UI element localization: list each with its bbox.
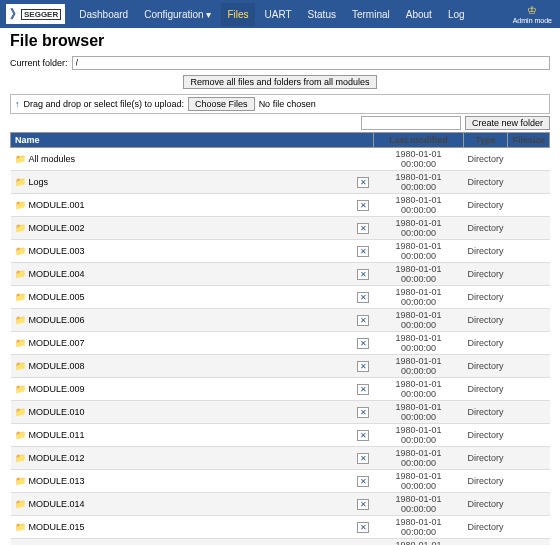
table-row[interactable]: 📁All modules1980-01-01 00:00:00Directory [11, 148, 550, 171]
row-type: Directory [463, 355, 507, 378]
delete-button[interactable]: ✕ [357, 453, 369, 464]
upload-bar[interactable]: ↑ Drag and drop or select file(s) to upl… [10, 94, 550, 114]
row-name: MODULE.015 [29, 522, 85, 532]
delete-button[interactable]: ✕ [357, 338, 369, 349]
row-name: MODULE.011 [29, 430, 85, 440]
row-size [508, 309, 550, 332]
row-type: Directory [463, 516, 507, 539]
folder-icon: 📁 [15, 453, 26, 463]
row-type: Directory [463, 401, 507, 424]
nav-item-uart[interactable]: UART [259, 3, 298, 26]
row-modified: 1980-01-01 00:00:00 [373, 309, 463, 332]
delete-button[interactable]: ✕ [357, 315, 369, 326]
upload-icon: ↑ [15, 99, 20, 109]
row-name: MODULE.007 [29, 338, 85, 348]
current-folder-label: Current folder: [10, 58, 68, 68]
logo[interactable]: 》 SEGGER [6, 4, 65, 24]
row-modified: 1980-01-01 00:00:00 [373, 401, 463, 424]
remove-all-button[interactable]: Remove all files and folders from all mo… [183, 75, 376, 89]
delete-button[interactable]: ✕ [357, 384, 369, 395]
row-type: Directory [463, 171, 507, 194]
th-modified[interactable]: Last modified [373, 133, 463, 148]
nav-item-dashboard[interactable]: Dashboard [73, 3, 134, 26]
table-row[interactable]: 📁MODULE.013✕1980-01-01 00:00:00Directory [11, 470, 550, 493]
delete-button[interactable]: ✕ [357, 361, 369, 372]
table-row[interactable]: 📁MODULE.009✕1980-01-01 00:00:00Directory [11, 378, 550, 401]
delete-button[interactable]: ✕ [357, 407, 369, 418]
row-modified: 1980-01-01 00:00:00 [373, 148, 463, 171]
row-size [508, 171, 550, 194]
delete-button[interactable]: ✕ [357, 522, 369, 533]
create-folder-bar: Create new folder [10, 116, 550, 130]
row-modified: 1980-01-01 00:00:00 [373, 424, 463, 447]
table-row[interactable]: 📁MODULE.007✕1980-01-01 00:00:00Directory [11, 332, 550, 355]
row-name: MODULE.014 [29, 499, 85, 509]
delete-button[interactable]: ✕ [357, 499, 369, 510]
nav-item-files[interactable]: Files [221, 3, 254, 26]
table-row[interactable]: 📁MODULE.016✕1980-01-01 00:00:00Directory [11, 539, 550, 546]
choose-files-button[interactable]: Choose Files [188, 97, 255, 111]
row-name: MODULE.010 [29, 407, 85, 417]
nav-item-status[interactable]: Status [302, 3, 342, 26]
delete-button[interactable]: ✕ [357, 246, 369, 257]
delete-button[interactable]: ✕ [357, 223, 369, 234]
delete-button[interactable]: ✕ [357, 269, 369, 280]
no-file-chosen: No file chosen [259, 99, 316, 109]
table-row[interactable]: 📁MODULE.002✕1980-01-01 00:00:00Directory [11, 217, 550, 240]
current-folder-input[interactable] [72, 56, 550, 70]
th-type[interactable]: Type [463, 133, 507, 148]
row-size [508, 286, 550, 309]
row-type: Directory [463, 309, 507, 332]
table-row[interactable]: 📁MODULE.014✕1980-01-01 00:00:00Directory [11, 493, 550, 516]
row-type: Directory [463, 240, 507, 263]
row-size [508, 378, 550, 401]
table-row[interactable]: 📁MODULE.015✕1980-01-01 00:00:00Directory [11, 516, 550, 539]
folder-icon: 📁 [15, 223, 26, 233]
row-type: Directory [463, 194, 507, 217]
table-row[interactable]: 📁MODULE.005✕1980-01-01 00:00:00Directory [11, 286, 550, 309]
row-size [508, 447, 550, 470]
delete-button[interactable]: ✕ [357, 430, 369, 441]
row-modified: 1980-01-01 00:00:00 [373, 539, 463, 546]
nav-item-log[interactable]: Log [442, 3, 471, 26]
admin-mode[interactable]: ♔ Admin mode [513, 4, 552, 24]
folder-icon: 📁 [15, 361, 26, 371]
row-type: Directory [463, 332, 507, 355]
row-size [508, 516, 550, 539]
row-size [508, 148, 550, 171]
row-type: Directory [463, 217, 507, 240]
table-row[interactable]: 📁MODULE.010✕1980-01-01 00:00:00Directory [11, 401, 550, 424]
table-row[interactable]: 📁MODULE.006✕1980-01-01 00:00:00Directory [11, 309, 550, 332]
row-type: Directory [463, 148, 507, 171]
row-size [508, 263, 550, 286]
th-name[interactable]: Name [11, 133, 374, 148]
row-modified: 1980-01-01 00:00:00 [373, 355, 463, 378]
folder-icon: 📁 [15, 384, 26, 394]
table-row[interactable]: 📁MODULE.003✕1980-01-01 00:00:00Directory [11, 240, 550, 263]
table-row[interactable]: 📁MODULE.001✕1980-01-01 00:00:00Directory [11, 194, 550, 217]
table-row[interactable]: 📁MODULE.011✕1980-01-01 00:00:00Directory [11, 424, 550, 447]
table-row[interactable]: 📁MODULE.012✕1980-01-01 00:00:00Directory [11, 447, 550, 470]
folder-icon: 📁 [15, 315, 26, 325]
new-folder-input[interactable] [361, 116, 461, 130]
upload-hint: Drag and drop or select file(s) to uploa… [24, 99, 185, 109]
delete-button[interactable]: ✕ [357, 200, 369, 211]
table-row[interactable]: 📁MODULE.004✕1980-01-01 00:00:00Directory [11, 263, 550, 286]
create-folder-button[interactable]: Create new folder [465, 116, 550, 130]
crown-icon: ♔ [513, 4, 552, 17]
row-name: MODULE.012 [29, 453, 85, 463]
row-modified: 1980-01-01 00:00:00 [373, 286, 463, 309]
folder-icon: 📁 [15, 430, 26, 440]
th-size[interactable]: Filesize [508, 133, 550, 148]
delete-button[interactable]: ✕ [357, 292, 369, 303]
table-row[interactable]: 📁MODULE.008✕1980-01-01 00:00:00Directory [11, 355, 550, 378]
row-size [508, 539, 550, 546]
table-row[interactable]: 📁Logs✕1980-01-01 00:00:00Directory [11, 171, 550, 194]
delete-button[interactable]: ✕ [357, 177, 369, 188]
nav-item-configuration-[interactable]: Configuration ▾ [138, 3, 217, 26]
nav-item-about[interactable]: About [400, 3, 438, 26]
row-size [508, 493, 550, 516]
row-size [508, 355, 550, 378]
delete-button[interactable]: ✕ [357, 476, 369, 487]
nav-item-terminal[interactable]: Terminal [346, 3, 396, 26]
